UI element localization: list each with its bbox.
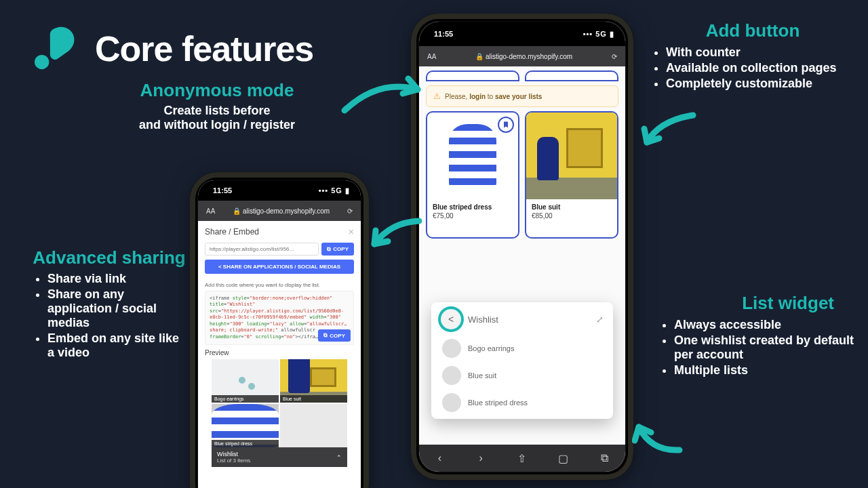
embed-code-box[interactable]: <iframe style="border:none;overflow:hidd… (205, 291, 354, 345)
nav-forward-icon[interactable]: › (475, 452, 487, 464)
copy-code-button[interactable]: ⧉ COPY (318, 329, 351, 342)
arrow-icon (632, 419, 686, 460)
refresh-icon[interactable]: ⟳ (612, 53, 617, 60)
preview-cell: Blue striped dress (212, 404, 279, 447)
share-icon[interactable]: < (441, 309, 461, 329)
phone-mockup-share: 11:55 ••• 5G ▮ AA 🔒 alistigo-demo.myshop… (190, 172, 369, 488)
url-text: 🔒 alistigo-demo.myshopify.com (222, 207, 340, 215)
wishlist-item[interactable]: Blue striped dress (437, 389, 608, 416)
preview-cell: Blue suit (280, 359, 347, 403)
feature-anonymous-mode: Anonymous mode Create lists before and w… (108, 80, 326, 132)
wishlist-title: Wishlist (468, 314, 498, 325)
nav-back-icon[interactable]: ‹ (433, 452, 446, 464)
share-panel-title: Share / Embed× (205, 226, 354, 237)
status-time: 11:55 (213, 186, 232, 195)
browser-address-bar[interactable]: AA 🔒 alistigo-demo.myshopify.com ⟳ (198, 201, 361, 221)
text-size-icon[interactable]: AA (206, 207, 215, 215)
product-name: Blue striped dress (433, 203, 513, 211)
listw-item: Multiple lists (674, 363, 856, 378)
shop-collection-page: ⚠ Please, login to save your lists Blue … (419, 66, 625, 445)
nav-share-icon[interactable]: ⇧ (516, 452, 528, 465)
logo (33, 24, 84, 75)
addbtn-item: Available on collection pages (666, 61, 854, 75)
copy-url-button[interactable]: ⧉ COPY (321, 243, 354, 256)
product-card[interactable]: Blue striped dress €75,00 (426, 111, 519, 239)
listw-item: Always accessible (674, 318, 856, 332)
browser-nav-bar: ‹ › ⇧ ▢ ⧉ (419, 445, 625, 472)
addbtn-item: With counter (666, 45, 854, 60)
preview-label: Preview (205, 349, 354, 357)
refresh-icon[interactable]: ⟳ (347, 207, 353, 215)
phone-notch (479, 22, 566, 37)
arrow-icon (639, 110, 700, 150)
card-stub (525, 70, 618, 81)
nav-bookmarks-icon[interactable]: ▢ (557, 452, 570, 465)
bookmark-icon[interactable] (498, 117, 514, 133)
wishlist-item[interactable]: Bogo earrings (437, 335, 608, 362)
login-alert: ⚠ Please, login to save your lists (426, 85, 618, 107)
product-image (449, 124, 496, 188)
anon-sub2: and without login / register (108, 118, 326, 132)
page-title: Core features (95, 28, 313, 69)
listw-item: One wishlist created by default per acco… (674, 333, 856, 362)
preview-cell-empty (280, 404, 347, 447)
product-price: €75,00 (433, 212, 513, 220)
feature-add-button: Add button With counter Available on col… (651, 20, 854, 92)
preview-cell: Bogo earrings (212, 359, 279, 403)
addbtn-item: Completely customizable (666, 77, 854, 91)
url-text: 🔒 alistigo-demo.myshopify.com (443, 53, 605, 60)
anon-heading: Anonymous mode (108, 80, 326, 101)
alert-text: Please, login to save your lists (445, 93, 542, 100)
anon-sub1: Create lists before (108, 104, 326, 118)
product-image (526, 113, 617, 199)
phone-mockup-shop: 11:55 ••• 5G ▮ AA 🔒 alistigo-demo.myshop… (411, 14, 633, 480)
adv-item: Embed on any site like a video (47, 331, 186, 360)
wishlist-widget[interactable]: < Wishlist ⤢ Bogo earrings Blue suit Blu… (431, 302, 613, 419)
close-icon[interactable]: × (349, 226, 354, 237)
share-embed-panel: Share / Embed× ⧉ COPY < SHARE ON APPLICA… (198, 221, 361, 488)
phone-notch (245, 180, 314, 192)
expand-icon[interactable]: ⤢ (596, 314, 604, 325)
status-signal: ••• 5G ▮ (583, 30, 614, 39)
adv-item: Share on any application / social medias (47, 287, 186, 330)
share-url-input[interactable] (205, 243, 319, 256)
addbtn-heading: Add button (651, 20, 854, 41)
product-price: €85,00 (532, 212, 612, 220)
embed-hint: Add this code where you want to display … (205, 282, 354, 288)
text-size-icon[interactable]: AA (427, 53, 436, 60)
embed-preview: Bogo earrings Blue suit Blue striped dre… (212, 359, 347, 447)
feature-advanced-sharing: Advanced sharing Share via link Share on… (33, 248, 186, 361)
wishlist-item[interactable]: Blue suit (437, 362, 608, 389)
product-card[interactable]: Blue suit €85,00 (525, 111, 618, 239)
warning-icon: ⚠ (433, 92, 441, 101)
browser-address-bar[interactable]: AA 🔒 alistigo-demo.myshopify.com ⟳ (419, 46, 625, 66)
status-signal: ••• 5G ▮ (319, 186, 350, 195)
feature-list-widget: List widget Always accessible One wishli… (659, 293, 856, 379)
chevron-up-icon[interactable]: ⌃ (336, 454, 342, 461)
preview-footer[interactable]: WishlistList of 3 items ⌃ (212, 447, 347, 467)
product-name: Blue suit (532, 203, 612, 211)
share-apps-button[interactable]: < SHARE ON APPLICATIONS / SOCIAL MEDIAS (205, 260, 354, 274)
status-time: 11:55 (434, 30, 453, 38)
adv-heading: Advanced sharing (33, 248, 186, 268)
adv-item: Share via link (47, 272, 186, 286)
card-stub (426, 70, 519, 81)
listw-heading: List widget (659, 293, 834, 314)
nav-tabs-icon[interactable]: ⧉ (599, 452, 611, 464)
svg-point-0 (35, 55, 49, 69)
